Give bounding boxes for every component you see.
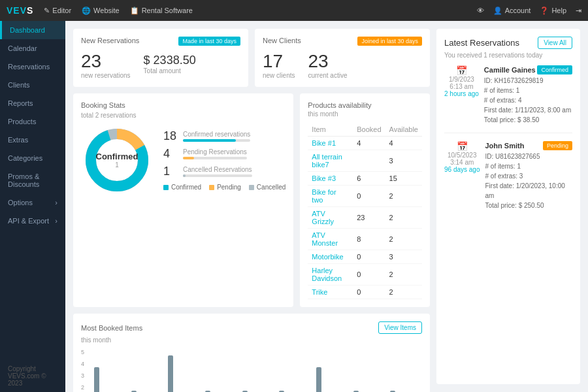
sidebar-item-reservations[interactable]: Reservations <box>0 57 65 76</box>
new-clients-count: 17 <box>263 51 295 72</box>
new-reservations-count: 23 <box>81 51 131 72</box>
product-link[interactable]: Bike #1 <box>312 139 336 147</box>
latest-reservations-panel: Latest Reservations View All You receive… <box>436 29 580 384</box>
sidebar-item-clients[interactable]: Clients <box>0 76 65 94</box>
products-card: Products availability this month Item Bo… <box>300 93 430 307</box>
most-booked-card: Most Booked Items View Items this month … <box>73 314 430 392</box>
sidebar-item-products[interactable]: Products <box>0 112 65 131</box>
new-clients-card: New Clients Joined in last 30 days 17 ne… <box>255 29 430 87</box>
new-clients-badge: Joined in last 30 days <box>357 37 422 46</box>
booking-stats-details: 18 Confirmed reservations 4 Pending Rese… <box>163 129 286 191</box>
donut-chart: Confirmed 1 <box>81 124 153 196</box>
booking-stats-title: Booking Stats <box>81 101 286 109</box>
res-name: Camille Gaines <box>484 66 536 74</box>
most-booked-sub: this month <box>81 336 422 344</box>
bar-group <box>168 355 200 392</box>
bar-chart-wrapper: 543210 012345678 <box>81 349 422 392</box>
booking-stats-sub: total 2 reservations <box>81 112 286 119</box>
col-booked: Booked <box>353 123 385 137</box>
sidebar-item-dashboard[interactable]: Dashboard <box>0 21 65 39</box>
top-navigation: VEVS ✎ Editor 🌐 Website 📋 Rental Softwar… <box>0 0 588 21</box>
table-row: ATV Monster82 <box>308 229 422 250</box>
products-table: Item Booked Available Bike #144All terra… <box>308 123 422 299</box>
main-content: New Reservations Made in last 30 days 23… <box>65 21 588 392</box>
clipboard-icon: 📋 <box>130 7 139 15</box>
new-clients-active: 23 <box>308 51 347 72</box>
new-reservations-badge: Made in last 30 days <box>178 37 240 46</box>
view-items-button[interactable]: View Items <box>378 321 422 334</box>
cancelled-label: Cancelled Reservations <box>183 166 252 173</box>
products-sub: this month <box>308 110 422 118</box>
new-clients-title: New Clients <box>263 37 301 44</box>
reservation-item: 📅 1/9/2023 6:13 am 2 hours ago Camille G… <box>444 65 572 133</box>
top-nav-right: 👁 👤 Account ❓ Help ⇥ <box>477 7 581 15</box>
booking-stats-card: Booking Stats total 2 reservations <box>73 93 293 307</box>
res-status-badge: Pending <box>543 141 572 150</box>
product-link[interactable]: Trike <box>312 288 327 296</box>
chart-legend: Confirmed Pending Cancelled <box>163 184 286 191</box>
pending-label: Pending Reservations <box>183 148 247 155</box>
help-menu[interactable]: ❓ Help <box>540 7 566 15</box>
res-content: John Smith Pending ID: U81623827665# of … <box>485 141 573 210</box>
website-menu-item[interactable]: 🌐 Website <box>82 7 120 15</box>
product-link[interactable]: Motorbike <box>312 253 343 261</box>
sidebar-footer: Copyright VEVS.com © 2023 <box>0 360 65 392</box>
table-row: ATV Grizzly232 <box>308 207 422 229</box>
rental-software-menu-item[interactable]: 📋 Rental Software <box>130 7 193 15</box>
res-time: 6:13 am <box>449 83 473 90</box>
res-date-col: 📅 10/5/2023 3:14 am 96 days ago <box>444 141 480 210</box>
bar-chart <box>94 349 422 392</box>
account-menu[interactable]: 👤 Account <box>493 7 531 15</box>
sidebar-item-api[interactable]: API & Export › <box>0 212 65 230</box>
eye-icon[interactable]: 👁 <box>477 7 484 14</box>
new-reservations-label: new reservations <box>81 72 131 79</box>
res-name: John Smith <box>485 142 525 150</box>
stats-cards-row: New Reservations Made in last 30 days 23… <box>73 29 430 87</box>
pending-count: 4 <box>163 147 183 161</box>
table-row: Trike02 <box>308 286 422 299</box>
col-item: Item <box>308 123 353 137</box>
new-reservations-amount: $ 2338.50 <box>144 54 196 67</box>
sidebar-item-categories[interactable]: Categories <box>0 149 65 167</box>
res-time-ago: 96 days ago <box>444 166 480 173</box>
account-icon: 👤 <box>493 7 502 15</box>
help-icon: ❓ <box>540 7 549 15</box>
sidebar-item-promos[interactable]: Promos & Discounts <box>0 167 65 193</box>
product-link[interactable]: Harley Davidson <box>312 267 342 282</box>
table-row: Bike for two02 <box>308 186 422 207</box>
product-link[interactable]: ATV Grizzly <box>312 210 334 225</box>
product-link[interactable]: Bike for two <box>312 188 336 204</box>
product-link[interactable]: Bike #3 <box>312 174 336 182</box>
bar-group <box>316 367 348 392</box>
product-link[interactable]: All terrain bike7 <box>312 153 342 169</box>
col-available: Available <box>385 123 422 137</box>
new-reservations-title: New Reservations <box>81 37 139 44</box>
bar-group <box>94 367 126 392</box>
sidebar-item-options[interactable]: Options › <box>0 193 65 212</box>
reservation-item: 📅 10/5/2023 3:14 am 96 days ago John Smi… <box>444 141 572 218</box>
view-all-button[interactable]: View All <box>538 37 572 49</box>
res-detail: ID: U81623827665# of items: 1# of extras… <box>485 152 573 210</box>
bar-booked <box>316 367 321 392</box>
res-detail: ID: KH16732629819# of items: 1# of extra… <box>484 76 572 125</box>
sidebar-item-reports[interactable]: Reports <box>0 94 65 112</box>
sidebar-item-extras[interactable]: Extras <box>0 131 65 149</box>
new-reservations-amount-label: Total amount <box>144 67 196 74</box>
new-clients-label: new clients <box>263 72 295 79</box>
sidebar-item-calendar[interactable]: Calendar <box>0 39 65 57</box>
editor-icon: ✎ <box>44 7 50 15</box>
res-status-badge: Confirmed <box>537 65 572 74</box>
products-title: Products availability <box>308 101 422 109</box>
calendar-icon: 📅 <box>457 141 468 152</box>
reservations-list: 📅 1/9/2023 6:13 am 2 hours ago Camille G… <box>444 65 572 218</box>
res-time-ago: 2 hours ago <box>444 90 479 97</box>
product-link[interactable]: ATV Monster <box>312 231 338 247</box>
editor-menu-item[interactable]: ✎ Editor <box>44 7 71 15</box>
dashboard-left: New Reservations Made in last 30 days 23… <box>73 29 430 384</box>
donut-label-confirmed: Confirmed <box>96 152 139 161</box>
globe-icon: 🌐 <box>82 7 91 15</box>
new-reservations-card: New Reservations Made in last 30 days 23… <box>73 29 248 87</box>
logo[interactable]: VEVS <box>7 5 33 16</box>
logout-icon[interactable]: ⇥ <box>576 7 581 15</box>
bar-booked <box>94 367 99 392</box>
